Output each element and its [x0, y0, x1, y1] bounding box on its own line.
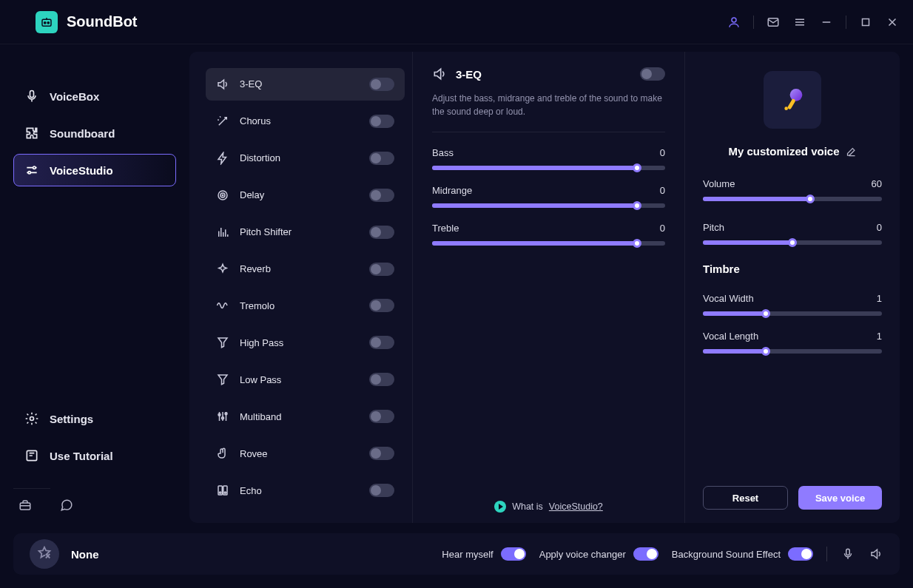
gear-icon [24, 411, 39, 426]
reset-button[interactable]: Reset [703, 486, 788, 510]
bars-icon [216, 226, 229, 239]
effect-toggle[interactable] [369, 226, 394, 239]
sidebar-item-soundboard[interactable]: Soundboard [13, 117, 176, 149]
voicestudio-help[interactable]: What is VoiceStudio? [432, 487, 665, 513]
edit-icon[interactable] [846, 146, 857, 157]
svg-point-22 [790, 89, 803, 101]
help-link[interactable]: VoiceStudio? [549, 501, 603, 512]
timbre-heading: Timbre [703, 263, 882, 275]
minimize-icon[interactable] [819, 15, 834, 30]
slider-value: 0 [660, 223, 665, 234]
slider-thumb[interactable] [806, 195, 815, 203]
mail-icon[interactable] [766, 15, 781, 30]
effect-reverb[interactable]: Reverb [206, 253, 405, 285]
svg-point-8 [28, 172, 30, 174]
maximize-icon[interactable] [858, 15, 873, 30]
brand: SoundBot [36, 11, 138, 33]
sidebar-item-label: Use Tutorial [50, 450, 113, 462]
slider-label: Pitch [703, 222, 724, 233]
slider-label: Vocal Width [703, 293, 754, 304]
status-toggle-apply-voice-changer: Apply voice changer [539, 547, 658, 561]
svg-rect-5 [863, 18, 869, 25]
divider [826, 547, 827, 561]
effect-delay[interactable]: Delay [206, 179, 405, 212]
effect-toggle[interactable] [369, 189, 394, 202]
effect-toggle[interactable] [369, 410, 394, 423]
menu-icon[interactable] [792, 15, 807, 30]
slider-thumb[interactable] [761, 347, 770, 356]
mic-settings-icon[interactable] [840, 547, 855, 561]
slider-thumb[interactable] [633, 163, 641, 172]
effect-toggle[interactable] [369, 115, 394, 128]
toggle-label: Apply voice changer [539, 549, 626, 560]
effect-enable-toggle[interactable] [640, 67, 665, 81]
effect-description: Adjust the bass, midrange and treble of … [432, 92, 665, 132]
account-icon[interactable] [727, 15, 741, 30]
slider-track[interactable] [432, 241, 665, 246]
svg-point-3 [732, 18, 736, 22]
current-voice-avatar[interactable] [30, 539, 59, 569]
sidebar-item-voicebox[interactable]: VoiceBox [13, 80, 176, 112]
slider-thumb[interactable] [633, 201, 641, 210]
voice-title: My customized voice [728, 145, 839, 158]
effect-echo[interactable]: Echo [206, 474, 405, 507]
effect-pitch-shifter[interactable]: Pitch Shifter [206, 216, 405, 249]
effect-toggle[interactable] [369, 373, 394, 386]
slider-value: 0 [877, 222, 882, 233]
svg-point-1 [44, 21, 46, 23]
toggle[interactable] [501, 547, 526, 561]
slider-track[interactable] [703, 311, 882, 316]
status-toggle-hear-myself: Hear myself [442, 547, 525, 561]
effect-toggle[interactable] [369, 78, 394, 91]
effect-multiband[interactable]: Multiband [206, 400, 405, 433]
slider-track[interactable] [432, 166, 665, 170]
effect-low-pass[interactable]: Low Pass [206, 363, 405, 396]
sidebar-item-voicestudio[interactable]: VoiceStudio [13, 154, 176, 186]
eq-bass: Bass0 [432, 147, 665, 170]
sidebar-item-settings[interactable]: Settings [13, 402, 176, 435]
effect-label: Low Pass [240, 374, 359, 385]
effect-rovee[interactable]: Rovee [206, 437, 405, 470]
toggle[interactable] [633, 547, 658, 561]
effect-3-eq[interactable]: 3-EQ [206, 68, 405, 101]
effect-label: Reverb [240, 263, 359, 274]
effect-high-pass[interactable]: High Pass [206, 326, 405, 359]
effect-toggle[interactable] [369, 299, 394, 312]
effect-distortion[interactable]: Distortion [206, 142, 405, 175]
eq-icon [216, 410, 229, 423]
spark-icon [216, 263, 229, 276]
slider-track[interactable] [432, 203, 665, 208]
toggle[interactable] [788, 547, 813, 561]
effect-toggle[interactable] [369, 484, 394, 497]
effect-toggle[interactable] [369, 263, 394, 276]
slider-track[interactable] [703, 349, 882, 354]
svg-point-7 [33, 166, 36, 169]
slider-value: 1 [877, 293, 882, 304]
sidebar-item-use-tutorial[interactable]: Use Tutorial [13, 439, 176, 472]
effect-label: High Pass [240, 337, 359, 348]
effect-toggle[interactable] [369, 447, 394, 460]
effect-tremolo[interactable]: Tremolo [206, 290, 405, 322]
slider-thumb[interactable] [633, 239, 641, 248]
toggle-label: Hear myself [442, 549, 493, 560]
effect-toggle[interactable] [369, 336, 394, 349]
effect-chorus[interactable]: Chorus [206, 105, 405, 138]
briefcase-icon[interactable] [18, 498, 33, 513]
slider-thumb[interactable] [761, 309, 770, 318]
save-voice-button[interactable]: Save voice [798, 486, 882, 510]
svg-rect-0 [42, 19, 51, 26]
effect-label: Tremolo [240, 300, 359, 311]
slider-value: 60 [872, 178, 882, 189]
svg-rect-6 [30, 91, 34, 98]
wand-icon [216, 115, 229, 128]
close-icon[interactable] [885, 15, 900, 30]
speaker-settings-icon[interactable] [869, 547, 883, 561]
effect-detail: 3-EQ Adjust the bass, midrange and trebl… [413, 52, 685, 523]
svg-point-21 [224, 492, 226, 493]
slider-track[interactable] [703, 240, 882, 245]
effect-toggle[interactable] [369, 152, 394, 165]
slider-thumb[interactable] [788, 238, 797, 247]
voice-panel: My customized voice Volume60Pitch0 Timbr… [685, 52, 900, 523]
slider-track[interactable] [703, 197, 882, 201]
feedback-icon[interactable] [59, 498, 74, 513]
